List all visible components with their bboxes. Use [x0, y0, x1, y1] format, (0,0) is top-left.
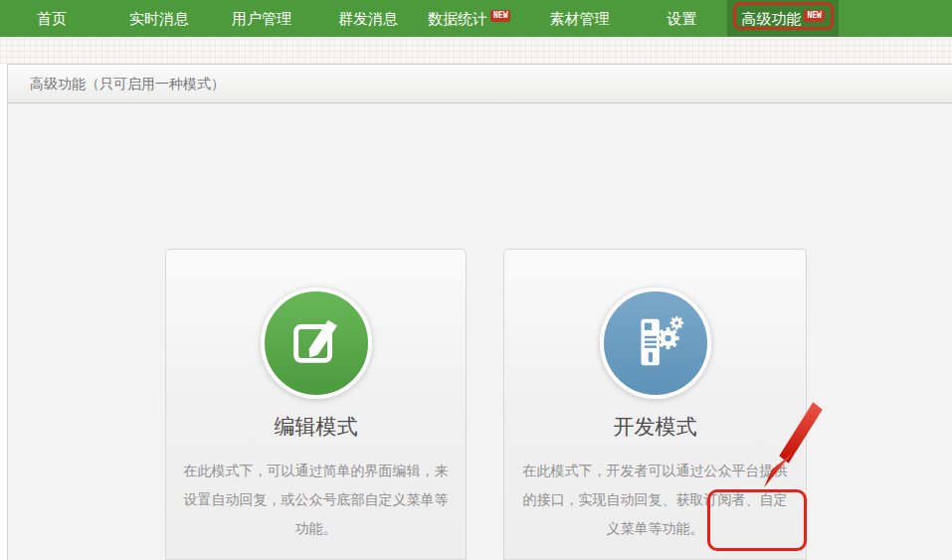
- nav-item-realtime-messages[interactable]: 实时消息: [115, 0, 203, 37]
- page-title: 高级功能（只可启用一种模式）: [8, 65, 952, 103]
- nav-item-broadcast-messages[interactable]: 群发消息: [324, 0, 412, 37]
- nav-item-label: 用户管理: [232, 10, 291, 27]
- nav-item-material-management[interactable]: 素材管理: [535, 0, 623, 37]
- card-title: 编辑模式: [166, 413, 466, 441]
- nav-item-label: 素材管理: [549, 10, 609, 27]
- nav-item-advanced-features[interactable]: 高级功能NEW: [727, 0, 838, 37]
- new-badge: NEW: [490, 10, 510, 22]
- card-description: 在此模式下，开发者可以通过公众平台提供的接口，实现自动回复、获取订阅者、自定义菜…: [522, 457, 788, 543]
- content-panel: 高级功能（只可启用一种模式） 编辑模式 在此模式下，可以通过简单的界面编辑，来设…: [7, 64, 952, 560]
- nav-item-label: 高级功能: [741, 10, 801, 27]
- decorative-texture-strip: [0, 37, 952, 64]
- nav-item-settings[interactable]: 设置: [653, 0, 710, 37]
- page-title-text: 高级功能（只可启用一种模式）: [30, 76, 225, 92]
- top-nav: 首页 实时消息 用户管理 群发消息 数据统计NEW 素材管理 设置 高级功能NE…: [0, 0, 952, 37]
- nav-item-data-statistics[interactable]: 数据统计NEW: [414, 0, 524, 37]
- nav-item-user-management[interactable]: 用户管理: [218, 0, 305, 37]
- nav-item-label: 数据统计: [428, 10, 487, 27]
- edit-pencil-icon: [261, 287, 372, 399]
- card-title: 开发模式: [504, 413, 806, 441]
- card-description: 在此模式下，可以通过简单的界面编辑，来设置自动回复，或公众号底部自定义菜单等功能…: [183, 457, 449, 543]
- nav-item-home[interactable]: 首页: [23, 0, 81, 37]
- nav-item-label: 实时消息: [129, 10, 189, 27]
- nav-item-label: 设置: [666, 10, 696, 27]
- nav-item-label: 群发消息: [338, 10, 398, 27]
- card-developer-mode: 开发模式 在此模式下，开发者可以通过公众平台提供的接口，实现自动回复、获取订阅者…: [503, 249, 807, 560]
- card-edit-mode: 编辑模式 在此模式下，可以通过简单的界面编辑，来设置自动回复，或公众号底部自定义…: [165, 249, 467, 560]
- new-badge: NEW: [804, 10, 824, 22]
- server-gears-icon: [600, 287, 711, 399]
- nav-item-label: 首页: [37, 10, 67, 27]
